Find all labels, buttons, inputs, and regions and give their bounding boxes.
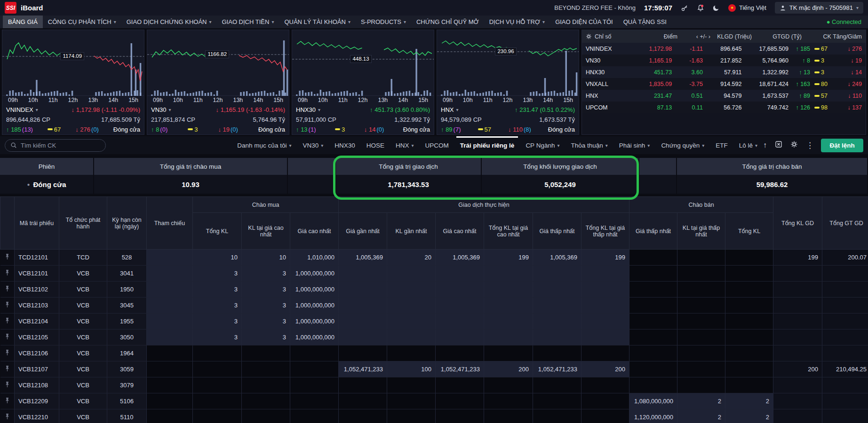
dark-mode-moon-icon[interactable] (713, 4, 720, 11)
bond-cell (339, 393, 387, 409)
bond-row-vcb12101[interactable]: VCB12101VCB3041331,000,000,000 (0, 266, 868, 282)
bond-row-tcd12101[interactable]: TCD12101TCD52810101,010,0001,005,369201,… (0, 250, 868, 266)
place-order-button[interactable]: Đặt lệnh (821, 139, 863, 152)
tab-etf[interactable]: ETF (710, 136, 733, 154)
bond-row-vcb12106[interactable]: VCB12106VCB1964 (0, 345, 868, 361)
time-tick: 12h (503, 97, 513, 105)
settings-gear-icon[interactable] (790, 141, 798, 150)
summary-trade-value: 1,781,343.53 (336, 175, 482, 194)
vn30-intraday-chart[interactable]: 1166.82 (147, 30, 289, 96)
bond-row-vcb12209[interactable]: VCB12209VCB51061,080,000,00022 (0, 393, 868, 409)
tab-chứng-quyền[interactable]: Chứng quyền▾ (655, 136, 710, 154)
bond-row-vcb12107[interactable]: VCB12107VCB30591,052,471,2331001,052,471… (0, 361, 868, 377)
nav-item-quà-tặng-ssi[interactable]: QUÀ TẶNG SSI (618, 16, 672, 28)
index-row-hnx[interactable]: HNX231.470.5194.5791,673.537↑ 8957↓ 110 (582, 90, 866, 102)
time-tick: 15h (418, 97, 428, 105)
pin-icon[interactable] (0, 329, 15, 345)
scroll-top-icon[interactable]: ↑ (763, 141, 767, 149)
bond-cell: 200 (484, 361, 533, 377)
up-arrow-icon: ↑ 163 (788, 81, 810, 87)
hnx30-intraday-chart[interactable]: 448.13 (292, 30, 434, 96)
bond-cell (725, 329, 773, 345)
bond-cell (290, 377, 339, 393)
index-breadth: ↑ 8957↓ 110 (788, 93, 862, 99)
notifications-bell-icon[interactable] (697, 4, 704, 12)
search-input[interactable]: Tìm kiếm CK (5, 139, 106, 152)
tab-phái-sinh[interactable]: Phái sinh▾ (613, 136, 656, 154)
more-options-icon[interactable]: ⋮ (806, 141, 814, 150)
vnindex-intraday-chart[interactable]: 1174.09 (2, 30, 144, 96)
index-volume: 896,644,826 CP (6, 116, 50, 123)
change-sort-header[interactable]: ‹ +/- › (677, 33, 710, 40)
nav-item-giao-dịch-tiền[interactable]: GIAO DỊCH TIỀN▾ (216, 16, 279, 28)
gear-icon[interactable] (586, 33, 592, 39)
bond-row-vcb12105[interactable]: VCB12105VCB3050331,000,000,000 (0, 329, 868, 345)
nav-item-bảng-giá[interactable]: BẢNG GIÁ (3, 16, 43, 28)
tab-thỏa-thuận[interactable]: Thỏa thuận▾ (565, 136, 613, 154)
nav-item-giao-dịch-chứng-khoán[interactable]: GIAO DỊCH CHỨNG KHOÁN▾ (121, 16, 217, 28)
bond-cell (339, 329, 387, 345)
index-name-selector[interactable]: HNX30▾ (296, 106, 320, 113)
pin-icon[interactable] (0, 409, 15, 423)
bond-row-vcb12108[interactable]: VCB12108VCB3079 (0, 377, 868, 393)
bond-code: VCB12106 (15, 345, 59, 361)
bond-row-vcb12102[interactable]: VCB12102VCB1950331,000,000,000 (0, 282, 868, 298)
bond-cell: 1,120,000,000 (629, 409, 677, 423)
account-selector[interactable]: TK mặc định - 7505981 ▾ (775, 2, 863, 14)
index-name-selector[interactable]: VNINDEX▾ (6, 106, 38, 113)
index-name-selector[interactable]: HNX▾ (441, 106, 458, 113)
pin-icon[interactable] (0, 250, 15, 266)
tab-lô-lẻ[interactable]: Lô lẻ▾ (733, 136, 763, 154)
reference-price-label: 1174.09 (60, 52, 84, 60)
tab-danh-mục-của-tôi[interactable]: Danh mục của tôi▾ (231, 136, 297, 154)
nav-item-công-cụ-phân-tích[interactable]: CÔNG CỤ PHÂN TÍCH▾ (43, 16, 121, 28)
bond-row-vcb12103[interactable]: VCB12103VCB3045331,000,000,000 (0, 298, 868, 313)
bond-cell (147, 313, 193, 329)
index-row-upcom[interactable]: UPCOM87.130.1156.726749.742↑ 12698↓ 137 (582, 102, 866, 113)
index-row-vnxall[interactable]: VNXALL1,835.09-3.75914.59218,671.424↑ 16… (582, 78, 866, 90)
excel-export-icon[interactable] (775, 141, 782, 150)
index-change: ↑ 231.47 (0.51 0.22%) (515, 106, 575, 113)
bond-cell (387, 329, 436, 345)
tab-hose[interactable]: HOSE (361, 136, 390, 154)
bond-cell: 3 (242, 313, 290, 329)
bond-row-vcb12210[interactable]: VCB12210VCB51101,120,000,00022 (0, 409, 868, 423)
index-name-selector[interactable]: VN30▾ (151, 106, 171, 113)
hnx-intraday-chart[interactable]: 230.96 (437, 30, 579, 96)
bond-cell: 200 (581, 361, 629, 377)
ssi-logo[interactable]: SSI (5, 2, 16, 14)
pin-icon[interactable] (0, 298, 15, 313)
main-nav-items: BẢNG GIÁCÔNG CỤ PHÂN TÍCH▾GIAO DỊCH CHỨN… (3, 16, 672, 28)
tab-vn30[interactable]: VN30▾ (297, 136, 329, 154)
tab-hnx[interactable]: HNX▾ (390, 136, 420, 154)
pin-icon[interactable] (0, 313, 15, 329)
pin-icon[interactable] (0, 393, 15, 409)
index-row-vnindex[interactable]: VNINDEX1,172.98-1.11896.64517,685.509↑ 1… (582, 43, 866, 55)
pin-icon[interactable] (0, 361, 15, 377)
key-icon[interactable] (681, 4, 688, 12)
tab-hnx30[interactable]: HNX30 (329, 136, 361, 154)
column-header: Giá cao nhất (436, 213, 484, 250)
index-row-hnx30[interactable]: HNX30451.733.6057.9111,322.992↑ 133↓ 14 (582, 66, 866, 78)
nav-item-dịch-vụ-hỗ-trợ[interactable]: DỊCH VỤ HỖ TRỢ▾ (484, 16, 550, 28)
nav-item-quản-lý-tài-khoản[interactable]: QUẢN LÝ TÀI KHOẢN▾ (279, 16, 356, 28)
bond-cell: 5110 (107, 409, 147, 423)
pin-icon[interactable] (0, 282, 15, 298)
tab-cp-ngành[interactable]: CP Ngành▾ (520, 136, 565, 154)
nav-item-giao-diện-của-tôi[interactable]: GIAO DIỆN CỦA TÔI (550, 16, 618, 28)
bond-row-vcb12104[interactable]: VCB12104VCB1955331,000,000,000 (0, 313, 868, 329)
language-selector[interactable]: ★ Tiếng Việt (728, 4, 766, 12)
pin-icon[interactable] (0, 377, 15, 393)
column-header: Kỳ hạn còn lại (ngày) (107, 197, 147, 250)
summary-sell-value: 59,986.62 (677, 175, 868, 194)
pin-icon[interactable] (0, 266, 15, 282)
tab-upcom[interactable]: UPCOM (420, 136, 454, 154)
bond-cell: 1,010,000 (290, 250, 339, 266)
tab-trái-phiếu-riêng-lẻ[interactable]: Trái phiếu riêng lẻ (454, 136, 520, 154)
index-row-vn30[interactable]: VN301,165.19-1.63217.8525,764.960↑ 83↓ 1… (582, 55, 866, 66)
flat-bar-icon: 3 (814, 57, 836, 64)
nav-item-s-products[interactable]: S-PRODUCTS▾ (356, 16, 411, 28)
reference-price-label: 1166.82 (205, 50, 229, 58)
pin-icon[interactable] (0, 345, 15, 361)
nav-item-chứng-chỉ-quỹ-mở[interactable]: CHỨNG CHỈ QUỸ MỞ (411, 16, 484, 28)
